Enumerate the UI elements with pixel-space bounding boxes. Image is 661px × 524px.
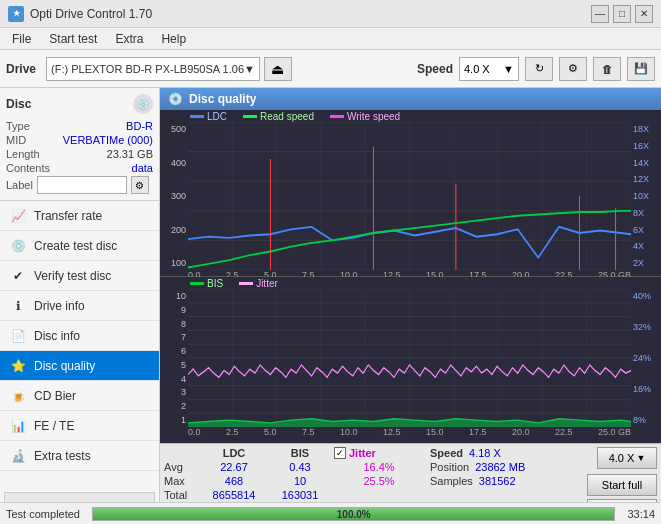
drive-dropdown[interactable]: (F:) PLEXTOR BD-R PX-LB950SA 1.06 ▼ bbox=[46, 57, 260, 81]
mid-value: VERBATIMe (000) bbox=[63, 134, 153, 146]
sidebar-item-cd-bier[interactable]: 🍺 CD Bier bbox=[0, 381, 159, 411]
bis-col-header: BIS bbox=[268, 447, 332, 459]
y-right-16pct: 16% bbox=[633, 384, 661, 394]
sidebar-item-extra-tests[interactable]: 🔬 Extra tests bbox=[0, 441, 159, 471]
verify-disc-label: Verify test disc bbox=[34, 269, 111, 283]
sidebar-item-disc-info[interactable]: 📄 Disc info bbox=[0, 321, 159, 351]
speed-setting-dropdown[interactable]: 4.0 X ▼ bbox=[597, 447, 657, 469]
read-speed-legend-color bbox=[243, 115, 257, 118]
sidebar-item-transfer-rate[interactable]: 📈 Transfer rate bbox=[0, 201, 159, 231]
type-value: BD-R bbox=[126, 120, 153, 132]
contents-label: Contents bbox=[6, 162, 50, 174]
type-label: Type bbox=[6, 120, 30, 132]
label-label: Label bbox=[6, 179, 33, 191]
save-button[interactable]: 💾 bbox=[627, 57, 655, 81]
y-top-500: 500 bbox=[171, 124, 186, 134]
disc-mid-row: MID VERBATIMe (000) bbox=[6, 134, 153, 146]
y-right-12x: 12X bbox=[633, 174, 661, 184]
max-ldc: 468 bbox=[202, 475, 266, 487]
avg-ldc: 22.67 bbox=[202, 461, 266, 473]
disc-section-title: Disc bbox=[6, 97, 31, 111]
x-bot-15: 15.0 bbox=[426, 427, 444, 437]
write-speed-legend: Write speed bbox=[330, 111, 400, 122]
y-bot-7: 7 bbox=[181, 332, 186, 342]
sidebar-item-create-test-disc[interactable]: 💿 Create test disc bbox=[0, 231, 159, 261]
x-bot-7_5: 7.5 bbox=[302, 427, 315, 437]
main-content: Disc 💿 Type BD-R MID VERBATIMe (000) Len… bbox=[0, 88, 661, 524]
y-right-14x: 14X bbox=[633, 158, 661, 168]
avg-label: Avg bbox=[164, 461, 200, 473]
write-speed-legend-label: Write speed bbox=[347, 111, 400, 122]
title-bar: ★ Opti Drive Control 1.70 — □ ✕ bbox=[0, 0, 661, 28]
transfer-rate-label: Transfer rate bbox=[34, 209, 102, 223]
menu-bar: File Start test Extra Help bbox=[0, 28, 661, 50]
jitter-checkbox[interactable]: ✓ bbox=[334, 447, 346, 459]
jitter-legend: Jitter bbox=[239, 278, 278, 289]
top-chart-svg bbox=[188, 122, 631, 270]
menu-help[interactable]: Help bbox=[153, 30, 194, 48]
sidebar-item-disc-quality[interactable]: ⭐ Disc quality bbox=[0, 351, 159, 381]
y-bot-6: 6 bbox=[181, 346, 186, 356]
sidebar-item-verify-test-disc[interactable]: ✔ Verify test disc bbox=[0, 261, 159, 291]
progress-text: 100.0% bbox=[337, 508, 371, 519]
y-top-100: 100 bbox=[171, 258, 186, 268]
y-top-400: 400 bbox=[171, 158, 186, 168]
y-right-6x: 6X bbox=[633, 225, 661, 235]
quality-panel-icon: 💿 bbox=[168, 92, 183, 106]
sidebar-item-drive-info[interactable]: ℹ Drive info bbox=[0, 291, 159, 321]
contents-value: data bbox=[132, 162, 153, 174]
start-full-button[interactable]: Start full bbox=[587, 474, 657, 496]
y-bot-4: 4 bbox=[181, 374, 186, 384]
fe-te-label: FE / TE bbox=[34, 419, 74, 433]
erase-button[interactable]: 🗑 bbox=[593, 57, 621, 81]
app-title: Opti Drive Control 1.70 bbox=[30, 7, 152, 21]
x-bot-10: 10.0 bbox=[340, 427, 358, 437]
max-jitter: 25.5% bbox=[334, 475, 424, 487]
extra-tests-label: Extra tests bbox=[34, 449, 91, 463]
y-bot-10: 10 bbox=[176, 291, 186, 301]
drive-label: Drive bbox=[6, 62, 36, 76]
max-label: Max bbox=[164, 475, 200, 487]
bis-legend-label: BIS bbox=[207, 278, 223, 289]
ldc-legend-color bbox=[190, 115, 204, 118]
right-panel: 💿 Disc quality LDC Read speed bbox=[160, 88, 661, 524]
y-bot-5: 5 bbox=[181, 360, 186, 370]
eject-button[interactable]: ⏏ bbox=[264, 57, 292, 81]
mid-label: MID bbox=[6, 134, 26, 146]
fe-te-icon: 📊 bbox=[10, 418, 26, 434]
menu-start-test[interactable]: Start test bbox=[41, 30, 105, 48]
bis-legend-color bbox=[190, 282, 204, 285]
bis-legend: BIS bbox=[190, 278, 223, 289]
sidebar-item-fe-te[interactable]: 📊 FE / TE bbox=[0, 411, 159, 441]
y-bot-8: 8 bbox=[181, 319, 186, 329]
menu-file[interactable]: File bbox=[4, 30, 39, 48]
y-right-4x: 4X bbox=[633, 241, 661, 251]
label-input[interactable] bbox=[37, 176, 127, 194]
menu-extra[interactable]: Extra bbox=[107, 30, 151, 48]
status-time: 33:14 bbox=[627, 508, 655, 520]
read-speed-legend-label: Read speed bbox=[260, 111, 314, 122]
disc-icon: 💿 bbox=[133, 94, 153, 114]
app-icon: ★ bbox=[8, 6, 24, 22]
read-speed-legend: Read speed bbox=[243, 111, 314, 122]
maximize-button[interactable]: □ bbox=[613, 5, 631, 23]
avg-bis: 0.43 bbox=[268, 461, 332, 473]
x-bot-2_5: 2.5 bbox=[226, 427, 239, 437]
y-right-32pct: 32% bbox=[633, 322, 661, 332]
sidebar-nav: 📈 Transfer rate 💿 Create test disc ✔ Ver… bbox=[0, 201, 159, 488]
disc-label-row: Label ⚙ bbox=[6, 176, 153, 194]
speed-value: 4.18 X bbox=[469, 447, 501, 459]
disc-info-icon: 📄 bbox=[10, 328, 26, 344]
quality-header: 💿 Disc quality bbox=[160, 88, 661, 110]
close-button[interactable]: ✕ bbox=[635, 5, 653, 23]
bottom-chart-svg bbox=[188, 289, 631, 427]
y-bot-9: 9 bbox=[181, 305, 186, 315]
settings-button[interactable]: ⚙ bbox=[559, 57, 587, 81]
y-right-18x: 18X bbox=[633, 124, 661, 134]
speed-dropdown[interactable]: 4.0 X ▼ bbox=[459, 57, 519, 81]
label-edit-button[interactable]: ⚙ bbox=[131, 176, 149, 194]
minimize-button[interactable]: — bbox=[591, 5, 609, 23]
y-top-300: 300 bbox=[171, 191, 186, 201]
x-bot-17_5: 17.5 bbox=[469, 427, 487, 437]
refresh-button[interactable]: ↻ bbox=[525, 57, 553, 81]
